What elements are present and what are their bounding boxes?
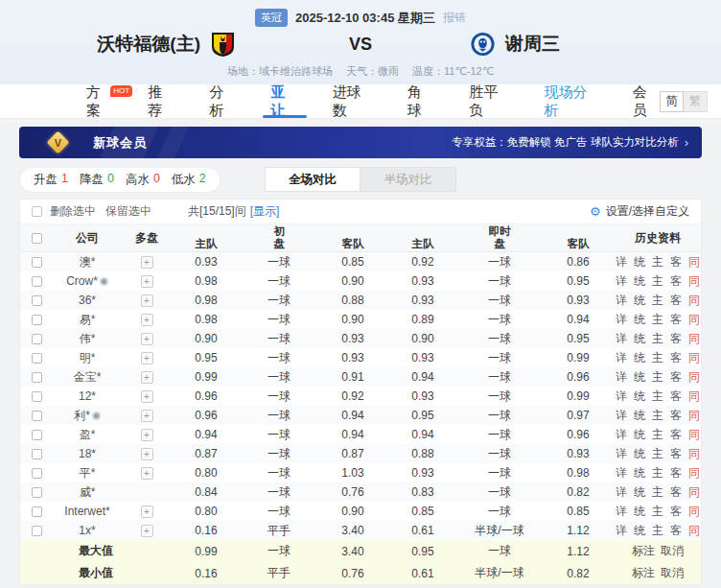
history-link-详[interactable]: 详 [616, 350, 627, 366]
settings-customize-link[interactable]: 设置/选择自定义 [606, 203, 689, 220]
expand-multi-odds-button[interactable]: + [141, 429, 153, 441]
history-link-客[interactable]: 客 [670, 312, 682, 328]
company-name[interactable]: 澳* [53, 254, 122, 270]
row-checkbox[interactable] [32, 353, 42, 364]
company-name[interactable]: 威* [53, 484, 122, 501]
history-link-客[interactable]: 客 [670, 408, 682, 424]
expand-multi-odds-button[interactable]: + [141, 294, 153, 307]
tab-方案[interactable]: 方案HOT [86, 84, 113, 118]
select-all-checkbox[interactable] [32, 206, 42, 217]
summary-action-取消[interactable]: 取消 [661, 565, 684, 581]
history-link-详[interactable]: 详 [616, 504, 627, 520]
tab-现场分析[interactable]: 现场分析 [544, 84, 597, 118]
history-link-统[interactable]: 统 [634, 465, 645, 482]
company-name[interactable]: 盈* [53, 427, 122, 443]
expand-multi-odds-button[interactable]: + [141, 314, 153, 326]
history-link-统[interactable]: 统 [634, 350, 645, 366]
expand-multi-odds-button[interactable]: + [141, 256, 153, 269]
expand-multi-odds-button[interactable]: + [141, 410, 153, 422]
summary-action-标注[interactable]: 标注 [632, 543, 655, 559]
half-match-compare-tab[interactable]: 半场对比 [360, 167, 456, 192]
league-badge[interactable]: 英冠 [255, 9, 288, 27]
row-checkbox[interactable] [32, 257, 42, 268]
company-name[interactable]: 12* [53, 389, 122, 403]
history-link-主[interactable]: 主 [652, 331, 663, 347]
history-link-客[interactable]: 客 [670, 369, 682, 386]
row-checkbox[interactable] [32, 334, 42, 344]
history-link-客[interactable]: 客 [670, 504, 682, 520]
history-link-同[interactable]: 同 [688, 273, 700, 290]
history-link-同[interactable]: 同 [688, 484, 700, 501]
history-link-详[interactable]: 详 [616, 293, 627, 309]
history-link-详[interactable]: 详 [616, 427, 627, 443]
expand-multi-odds-button[interactable]: + [141, 390, 153, 403]
history-link-主[interactable]: 主 [652, 273, 663, 290]
company-name[interactable]: 36* [53, 294, 122, 307]
history-link-统[interactable]: 统 [634, 484, 645, 501]
summary-action-取消[interactable]: 取消 [661, 543, 684, 559]
history-link-统[interactable]: 统 [634, 523, 645, 539]
row-checkbox[interactable] [32, 372, 42, 383]
history-link-同[interactable]: 同 [688, 293, 700, 309]
tab-会员[interactable]: 会员 [633, 84, 660, 118]
history-link-主[interactable]: 主 [652, 369, 663, 386]
company-name[interactable]: 金宝* [53, 369, 122, 386]
history-link-详[interactable]: 详 [616, 523, 627, 539]
history-link-主[interactable]: 主 [652, 293, 663, 309]
history-link-同[interactable]: 同 [688, 504, 700, 520]
history-link-详[interactable]: 详 [616, 273, 627, 290]
history-link-同[interactable]: 同 [688, 312, 700, 328]
history-link-详[interactable]: 详 [616, 388, 627, 405]
history-link-主[interactable]: 主 [652, 254, 663, 270]
expand-multi-odds-button[interactable]: + [141, 506, 153, 518]
company-name[interactable]: 18* [53, 447, 122, 460]
row-checkbox[interactable] [32, 468, 42, 479]
company-name[interactable]: 明* [53, 350, 122, 366]
row-checkbox[interactable] [32, 391, 42, 402]
history-link-同[interactable]: 同 [688, 254, 700, 270]
company-name[interactable]: 伟* [53, 331, 122, 347]
row-checkbox[interactable] [32, 276, 42, 287]
tab-亚让[interactable]: 亚让 [271, 84, 298, 118]
keep-selected-button[interactable]: 保留选中 [105, 203, 151, 220]
history-link-客[interactable]: 客 [670, 523, 682, 539]
history-link-统[interactable]: 统 [634, 273, 645, 290]
expand-multi-odds-button[interactable]: + [141, 352, 153, 365]
tab-胜平负[interactable]: 胜平负 [469, 84, 509, 118]
history-link-主[interactable]: 主 [652, 312, 663, 328]
lang-simplified-button[interactable]: 简 [660, 91, 684, 112]
history-link-主[interactable]: 主 [652, 408, 663, 424]
history-link-详[interactable]: 详 [616, 369, 627, 386]
report-error-link[interactable]: 报错 [443, 10, 466, 26]
history-link-统[interactable]: 统 [634, 408, 645, 424]
history-link-客[interactable]: 客 [670, 331, 682, 347]
history-link-统[interactable]: 统 [634, 293, 645, 309]
history-link-客[interactable]: 客 [670, 465, 682, 482]
history-link-详[interactable]: 详 [616, 446, 627, 462]
history-link-同[interactable]: 同 [688, 369, 700, 386]
history-link-同[interactable]: 同 [688, 427, 700, 443]
tab-角球[interactable]: 角球 [407, 84, 434, 118]
history-link-主[interactable]: 主 [652, 427, 663, 443]
history-link-统[interactable]: 统 [634, 254, 645, 270]
company-name[interactable]: 1x* [53, 524, 122, 537]
tab-推荐[interactable]: 推荐 [148, 84, 174, 118]
gear-icon[interactable]: ⚙ [590, 204, 601, 219]
history-link-详[interactable]: 详 [616, 331, 627, 347]
history-link-主[interactable]: 主 [652, 484, 663, 501]
history-link-同[interactable]: 同 [688, 408, 700, 424]
full-match-compare-tab[interactable]: 全场对比 [265, 167, 360, 192]
expand-multi-odds-button[interactable]: + [141, 333, 153, 345]
row-checkbox[interactable] [32, 449, 42, 459]
company-name[interactable]: 易* [53, 312, 122, 328]
row-checkbox[interactable] [32, 430, 42, 440]
row-checkbox[interactable] [32, 526, 42, 536]
history-link-主[interactable]: 主 [652, 388, 663, 405]
history-link-客[interactable]: 客 [670, 293, 682, 309]
vip-member-banner[interactable]: V 新球会员 专享权益：免费解锁 免广告 球队实力对比分析 › [19, 127, 702, 158]
company-name[interactable]: Interwet* [53, 505, 122, 518]
history-link-统[interactable]: 统 [634, 388, 645, 405]
history-link-主[interactable]: 主 [652, 350, 663, 366]
summary-action-标注[interactable]: 标注 [632, 565, 655, 581]
expand-multi-odds-button[interactable]: + [141, 525, 153, 537]
